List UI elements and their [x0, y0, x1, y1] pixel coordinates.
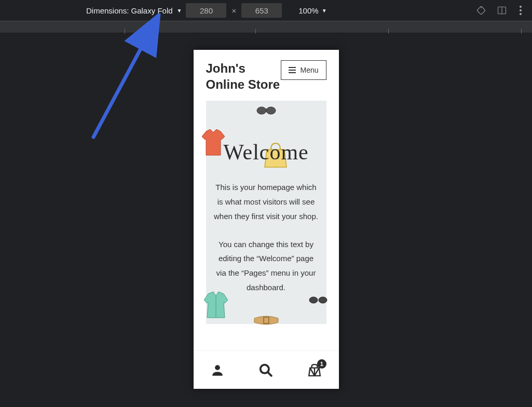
site-header: John's Online Store Menu — [194, 50, 339, 101]
svg-line-13 — [315, 368, 319, 375]
hamburger-icon — [289, 67, 296, 73]
cart-button[interactable]: 1 — [308, 363, 321, 377]
svg-point-5 — [266, 107, 276, 114]
cart-badge: 1 — [317, 359, 326, 369]
hero-paragraph-2: You can change this text by editing the … — [211, 237, 321, 295]
more-options-icon[interactable] — [517, 4, 524, 17]
device-preview-area: John's Online Store Menu — [0, 33, 532, 407]
hero-paragraph-1: This is your homepage which is what most… — [211, 180, 321, 223]
media-queries-icon[interactable] — [497, 5, 507, 16]
devtools-toolbar: Dimensions: Galaxy Fold ▼ × 100% ▼ — [0, 0, 532, 21]
rotate-icon[interactable] — [476, 5, 486, 16]
zoom-dropdown[interactable]: 100% ▼ — [298, 6, 326, 15]
bottom-nav: 1 — [194, 350, 339, 389]
account-icon[interactable] — [211, 363, 224, 377]
svg-line-12 — [310, 368, 315, 375]
dimensions-label-text: Dimensions: — [86, 6, 129, 15]
chevron-down-icon: ▼ — [177, 8, 182, 13]
svg-point-9 — [215, 365, 220, 370]
svg-point-7 — [319, 297, 327, 303]
svg-point-4 — [257, 107, 266, 114]
site-title[interactable]: John's Online Store — [206, 60, 281, 92]
sunglasses-decoration-icon — [256, 105, 277, 115]
svg-line-11 — [268, 372, 272, 376]
toolbar-right-group — [476, 4, 524, 17]
height-input[interactable] — [241, 3, 282, 18]
device-name: Galaxy Fold — [131, 6, 173, 15]
search-icon[interactable] — [259, 363, 272, 377]
ruler-bar — [0, 21, 532, 33]
dimensions-dropdown[interactable]: Dimensions: Galaxy Fold ▼ — [86, 6, 182, 15]
menu-button[interactable]: Menu — [281, 60, 326, 80]
device-frame: John's Online Store Menu — [194, 50, 339, 389]
zoom-value: 100% — [298, 6, 318, 15]
welcome-heading: Welcome — [211, 140, 321, 165]
dimension-separator: × — [231, 6, 236, 15]
jacket-decoration-icon — [203, 291, 229, 320]
menu-label: Menu — [300, 66, 318, 74]
hero-section: Welcome This is your homepage which is w… — [206, 101, 326, 323]
sunglasses-decoration-icon — [309, 295, 328, 305]
chevron-down-icon: ▼ — [322, 8, 327, 13]
toolbar-left-group: Dimensions: Galaxy Fold ▼ × 100% ▼ — [86, 3, 327, 18]
width-input[interactable] — [186, 3, 226, 18]
belt-decoration-icon — [253, 314, 279, 327]
svg-point-6 — [309, 297, 318, 303]
